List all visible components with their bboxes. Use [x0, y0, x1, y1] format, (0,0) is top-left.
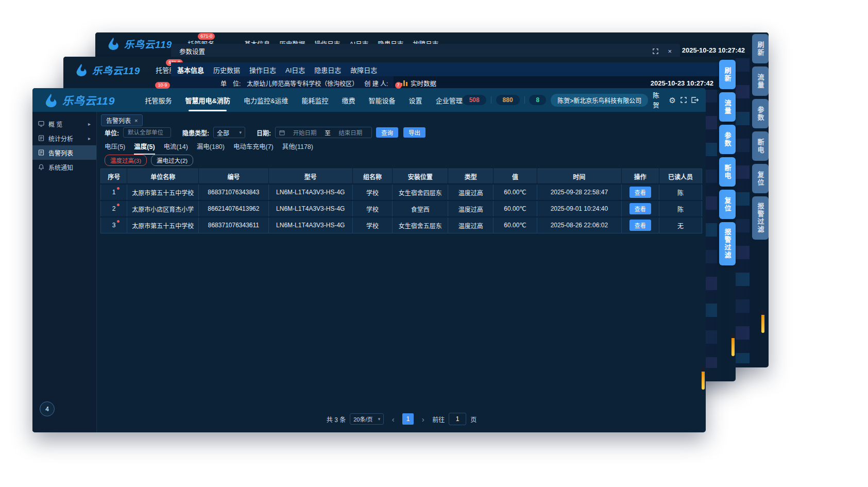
- tab-temperature[interactable]: 温度(5): [134, 141, 155, 155]
- power-off-button[interactable]: 断电: [719, 157, 736, 187]
- col-code: 编号: [199, 169, 268, 184]
- sidebar-item-alarm-list[interactable]: 告警列表: [32, 145, 96, 160]
- flame-logo-icon: [107, 37, 120, 50]
- view-button[interactable]: 查看: [629, 187, 651, 198]
- tab-basic-info[interactable]: 基本信息: [177, 65, 204, 77]
- user-name[interactable]: 陈贺: [653, 90, 664, 110]
- nav-power-monitoring[interactable]: 电力监控&运维: [244, 88, 288, 113]
- reset-button[interactable]: 复位: [752, 164, 769, 193]
- goto-page-input[interactable]: [449, 413, 466, 425]
- params-button[interactable]: 参数: [719, 125, 736, 154]
- cell-reader: 陈: [659, 200, 702, 217]
- tab-current[interactable]: 电流(14): [164, 141, 188, 155]
- cell-group: 学校: [352, 217, 392, 233]
- params-button[interactable]: 参数: [752, 99, 769, 128]
- current-page-button[interactable]: 1: [402, 413, 414, 425]
- nav-settings[interactable]: 设置: [409, 88, 422, 113]
- tab-chip-alarm-list[interactable]: 告警列表 ×: [101, 114, 143, 126]
- tab-history-data[interactable]: 历史数据: [213, 65, 240, 76]
- divider: [491, 96, 491, 104]
- col-location: 安装位置: [392, 169, 448, 184]
- tab-hazard-log[interactable]: 隐患日志: [314, 65, 341, 76]
- flow-button[interactable]: 流量: [719, 92, 736, 122]
- dialog-close-icon[interactable]: ×: [668, 47, 672, 55]
- warning-counter[interactable]: 880: [496, 95, 520, 105]
- hazard-type-select[interactable]: 全部 ▾: [213, 127, 245, 138]
- sidebar: 概 览 ▸ 统计分析 ▸ 告警列表 系统通知 4: [32, 112, 97, 432]
- cell-group: 学校: [352, 200, 392, 217]
- col-model: 型号: [268, 169, 352, 184]
- floating-count-badge[interactable]: 4: [40, 401, 55, 416]
- sidebar-item-system-notice[interactable]: 系统通知: [32, 160, 96, 174]
- ok-counter[interactable]: 8: [529, 95, 546, 105]
- fullscreen-icon[interactable]: [680, 97, 687, 103]
- cell-time: 2025-09-28 22:58:47: [537, 184, 621, 200]
- realtime-label: 实时数据: [411, 78, 436, 88]
- alarm-filter-button[interactable]: 报警过滤: [719, 222, 736, 265]
- tab-operation-log[interactable]: 操作日志: [249, 65, 276, 76]
- dialog-expand-icon[interactable]: [653, 48, 658, 54]
- chip-over-leakage[interactable]: 漏电过大(2): [151, 155, 193, 166]
- cell-value: 60.00℃: [493, 200, 537, 217]
- unread-dot: [117, 187, 120, 190]
- mid-logo: 乐鸟云119: [63, 63, 140, 77]
- alarm-table: 序号 单位名称 编号 型号 组名称 安装位置 类型 值 时间 操作 已读人员 1…: [100, 169, 702, 233]
- close-icon[interactable]: ×: [134, 117, 138, 124]
- nav-smart-power-fire[interactable]: 智慧用电&消防: [185, 88, 230, 113]
- logout-icon[interactable]: [691, 97, 699, 103]
- reset-button[interactable]: 复位: [719, 190, 736, 219]
- alarm-counter[interactable]: 508: [463, 95, 486, 105]
- nav-energy-monitoring[interactable]: 能耗监控: [302, 88, 329, 113]
- nav-payment[interactable]: 缴费: [342, 88, 355, 113]
- sidebar-item-overview[interactable]: 概 览 ▸: [32, 116, 96, 131]
- org-breadcrumb-pill[interactable]: 陈贺>新北京乐鸟科技有限公司: [551, 94, 648, 107]
- search-button[interactable]: 查询: [376, 127, 398, 138]
- tab-ai-log[interactable]: AI日志: [285, 65, 305, 76]
- cell-type: 温度过高: [448, 217, 493, 233]
- flow-button[interactable]: 流量: [752, 66, 769, 96]
- col-readers: 已读人员: [659, 169, 702, 184]
- view-button[interactable]: 查看: [629, 220, 651, 231]
- dialog-tabs: 基本信息 历史数据 操作日志 AI日志 隐患日志 故障日志: [171, 62, 719, 76]
- export-button[interactable]: 导出: [403, 127, 426, 138]
- nav-enterprise-mgmt[interactable]: 企业管理: [436, 88, 463, 113]
- nav-hosting-service[interactable]: 托管服务 10-9: [145, 88, 172, 113]
- date-range-picker[interactable]: 开始日期 至 结束日期: [275, 127, 372, 138]
- cell-location: 女生宿舍四层东: [392, 184, 448, 200]
- tab-fault-log[interactable]: 故障日志: [350, 65, 377, 76]
- end-date-placeholder: 结束日期: [333, 128, 368, 137]
- tab-ev-charging[interactable]: 电动车充电(7): [233, 141, 274, 155]
- page-size-select[interactable]: 20条/页 ▾: [350, 413, 384, 425]
- tab-voltage[interactable]: 电压(5): [105, 141, 125, 155]
- date-to-label: 至: [325, 128, 331, 137]
- gear-icon[interactable]: ⚙: [669, 96, 676, 104]
- unit-filter-input[interactable]: [123, 127, 171, 138]
- scrollbar-thumb[interactable]: [761, 310, 764, 333]
- cell-model: LN6M-L1T4A3V3-HS-4G: [268, 217, 352, 233]
- nav-smart-devices[interactable]: 智能设备 7: [369, 88, 396, 113]
- tab-other[interactable]: 其他(1178): [282, 141, 313, 155]
- prev-page-button[interactable]: ‹: [388, 413, 398, 425]
- cell-unit: 太原市第五十五中学校: [127, 184, 199, 200]
- app-title: 乐鸟云119: [124, 37, 172, 51]
- sidebar-item-statistics[interactable]: 统计分析 ▸: [32, 131, 96, 145]
- chevron-down-icon: ▾: [239, 130, 242, 135]
- view-button[interactable]: 查看: [629, 203, 651, 214]
- chip-over-temperature[interactable]: 温度过高(3): [105, 155, 147, 166]
- refresh-button[interactable]: 刷新: [719, 60, 736, 89]
- refresh-button[interactable]: 刷新: [752, 34, 769, 63]
- tab-leakage[interactable]: 漏电(180): [197, 141, 225, 155]
- next-page-button[interactable]: ›: [418, 413, 428, 425]
- power-off-button[interactable]: 断电: [752, 131, 769, 161]
- calendar-icon: [279, 130, 285, 136]
- alarm-filter-button[interactable]: 报警过滤: [752, 196, 769, 240]
- table-row: 2 太原市小店区育杰小学 866214076413962 LN6M-L1T4A3…: [101, 200, 702, 217]
- date-filter-label: 日期:: [257, 128, 271, 137]
- scrollbar-thumb[interactable]: [702, 367, 705, 390]
- unread-dot: [117, 220, 120, 223]
- hazard-type-label: 隐患类型:: [182, 128, 209, 137]
- col-action: 操作: [621, 169, 659, 184]
- scrollbar-thumb[interactable]: [731, 333, 735, 356]
- flame-logo-icon: [75, 63, 88, 76]
- unit-value: 太原幼儿师范高等专科学校（徐沟校区）: [247, 79, 358, 88]
